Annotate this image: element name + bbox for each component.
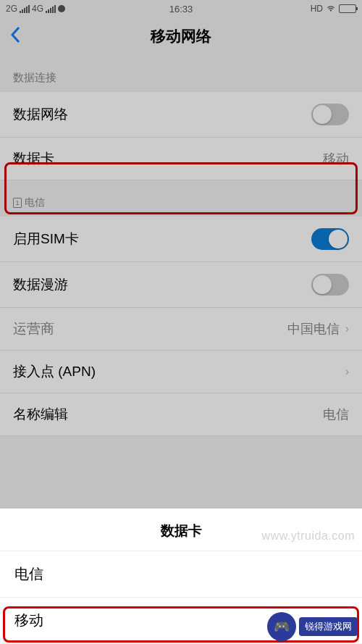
sheet-option-telecom[interactable]: 电信 xyxy=(0,551,362,598)
watermark-logo: 🎮 锐得游戏网 xyxy=(267,612,358,641)
watermark-site: 锐得游戏网 xyxy=(299,617,358,636)
gamepad-icon: 🎮 xyxy=(267,612,296,641)
sheet-title: 数据卡 xyxy=(0,509,362,551)
